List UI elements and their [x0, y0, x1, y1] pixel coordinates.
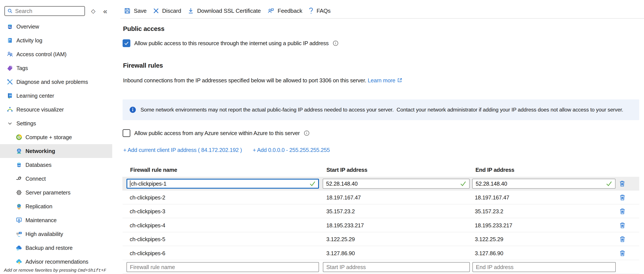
- sidebar-item-connect[interactable]: Connect: [0, 172, 112, 186]
- replication-icon: [16, 203, 22, 210]
- activity-log-icon: [6, 37, 14, 44]
- trash-icon: [619, 180, 626, 187]
- sidebar-item-databases[interactable]: DBDatabases: [0, 158, 112, 172]
- rule-name: ch-clickpipes-3: [130, 204, 165, 218]
- chevron-down-icon: [6, 120, 14, 127]
- sidebar-item-compute-storage[interactable]: $Compute + storage: [0, 130, 112, 144]
- server-parameters-icon: [16, 189, 22, 196]
- public-access-checkbox-label: Allow public access to this resource thr…: [134, 40, 329, 47]
- compute-storage-icon: $: [16, 134, 22, 141]
- sidebar-item-label: Backup and restore: [26, 245, 72, 251]
- collapse-sidebar-icon[interactable]: «: [103, 7, 107, 15]
- sidebar-item-diagnose-and-solve-problems[interactable]: Diagnose and solve problems: [0, 75, 112, 89]
- refresh-icon[interactable]: ◇: [91, 8, 96, 15]
- sidebar-item-resource-visualizer[interactable]: Resource visualizer: [0, 103, 112, 116]
- text-caret: [130, 180, 130, 187]
- new-rule-name-input[interactable]: [126, 262, 319, 272]
- mysql-overview-icon: My: [6, 23, 14, 30]
- learn-more-link[interactable]: Learn more: [368, 77, 396, 83]
- databases-icon: DB: [16, 161, 22, 168]
- firewall-rule-row-active: ch-clickpipes-1 52.28.148.40 52.28.148.4…: [122, 177, 639, 191]
- public-access-checkbox[interactable]: [122, 39, 130, 47]
- sidebar-item-label: Networking: [26, 148, 55, 154]
- sidebar-item-label: Compute + storage: [26, 134, 72, 140]
- sidebar-item-settings[interactable]: Settings: [0, 116, 112, 130]
- sidebar-item-label: Learning center: [16, 93, 54, 99]
- external-link-icon: [397, 78, 402, 83]
- sidebar-item-access-control-iam-[interactable]: Access control (IAM): [0, 47, 112, 61]
- add-links-row: + Add current client IP address ( 84.172…: [122, 147, 639, 154]
- col-header-name: Firewall rule name: [130, 167, 177, 173]
- sidebar-item-maintenance[interactable]: Maintenance: [0, 213, 112, 227]
- sidebar-item-label: Resource visualizer: [16, 107, 64, 113]
- info-icon[interactable]: [332, 40, 338, 46]
- diagnose-icon: [6, 78, 14, 85]
- trash-icon: [619, 236, 626, 243]
- firewall-rule-row[interactable]: ch-clickpipes-53.122.25.293.122.25.29: [122, 232, 639, 246]
- svg-text:DB: DB: [18, 164, 20, 167]
- sidebar: ◇ « MyOverviewActivity logAccess control…: [0, 0, 118, 274]
- sidebar-item-label: Diagnose and solve problems: [16, 79, 88, 85]
- sidebar-item-advisor-recommendations[interactable]: Advisor recommendations: [0, 255, 112, 268]
- sidebar-search[interactable]: [4, 6, 85, 16]
- firewall-rule-row[interactable]: ch-clickpipes-418.195.233.21718.195.233.…: [122, 218, 639, 232]
- sidebar-item-server-parameters[interactable]: Server parameters: [0, 186, 112, 199]
- azure-services-checkbox-row: Allow public access from any Azure servi…: [122, 129, 310, 137]
- add-client-ip-link[interactable]: + Add current client IP address ( 84.172…: [123, 147, 242, 153]
- end-ip: 3.127.86.90: [475, 246, 503, 260]
- rule-name: ch-clickpipes-5: [130, 232, 165, 246]
- info-icon[interactable]: [304, 130, 310, 136]
- start-ip: 18.195.233.217: [326, 218, 364, 232]
- valid-check-icon: [460, 181, 466, 186]
- delete-rule-button[interactable]: [616, 218, 629, 232]
- check-icon: [124, 40, 129, 46]
- info-banner: Some network environments may not report…: [122, 99, 639, 120]
- sidebar-item-high-availability[interactable]: High availability: [0, 227, 112, 241]
- sidebar-item-tags[interactable]: Tags: [0, 61, 112, 75]
- firewall-rule-row[interactable]: ch-clickpipes-218.197.167.4718.197.167.4…: [122, 191, 639, 204]
- sidebar-item-activity-log[interactable]: Activity log: [0, 34, 112, 47]
- start-ip-input[interactable]: 52.28.148.40: [323, 179, 470, 189]
- end-ip: 3.122.25.29: [475, 232, 503, 246]
- advisor-icon: [16, 258, 22, 265]
- add-all-ips-link[interactable]: + Add 0.0.0.0 - 255.255.255.255: [253, 147, 330, 153]
- azure-services-checkbox[interactable]: [122, 129, 130, 137]
- learning-center-icon: 101: [6, 92, 14, 99]
- delete-rule-button[interactable]: [616, 191, 629, 204]
- access-control-icon: [6, 51, 14, 58]
- end-ip-input[interactable]: 52.28.148.40: [472, 179, 616, 189]
- sidebar-item-backup-and-restore[interactable]: Backup and restore: [0, 241, 112, 255]
- delete-rule-button[interactable]: [616, 204, 629, 218]
- start-ip: 3.127.86.90: [326, 246, 355, 260]
- sidebar-item-label: Connect: [26, 176, 46, 182]
- public-access-heading: Public access: [123, 25, 164, 33]
- maintenance-icon: [16, 217, 22, 224]
- trash-icon: [619, 222, 626, 229]
- end-ip: 18.195.233.217: [475, 218, 512, 232]
- firewall-rules-heading: Firewall rules: [123, 62, 163, 69]
- search-input[interactable]: [15, 8, 82, 14]
- rule-name: ch-clickpipes-4: [130, 218, 165, 232]
- new-end-ip-input[interactable]: [472, 262, 616, 272]
- banner-text: Some network environments may not report…: [140, 107, 623, 113]
- sidebar-item-overview[interactable]: MyOverview: [0, 20, 112, 34]
- sidebar-item-learning-center[interactable]: 101Learning center: [0, 89, 112, 103]
- connect-icon: [16, 175, 22, 182]
- favorites-hint: Add or remove favorites by pressing Cmd+…: [4, 267, 106, 273]
- sidebar-item-networking[interactable]: Networking: [0, 144, 112, 158]
- end-ip: 35.157.23.2: [475, 204, 503, 218]
- delete-rule-button[interactable]: [616, 246, 629, 260]
- delete-rule-button[interactable]: [616, 177, 629, 191]
- sidebar-item-label: High availability: [26, 231, 63, 237]
- sidebar-item-label: Settings: [16, 120, 36, 127]
- firewall-rule-row[interactable]: ch-clickpipes-63.127.86.903.127.86.90: [122, 246, 639, 260]
- sidebar-item-replication[interactable]: Replication: [0, 199, 112, 213]
- delete-rule-button[interactable]: [616, 232, 629, 246]
- rule-name-input[interactable]: ch-clickpipes-1: [126, 179, 319, 189]
- trash-icon: [619, 208, 626, 215]
- firewall-rule-row[interactable]: ch-clickpipes-335.157.23.235.157.23.2: [122, 204, 639, 218]
- start-ip: 18.197.167.47: [326, 191, 361, 204]
- new-rule-row: [122, 260, 639, 274]
- svg-text:My: My: [8, 26, 12, 28]
- new-start-ip-input[interactable]: [323, 262, 470, 272]
